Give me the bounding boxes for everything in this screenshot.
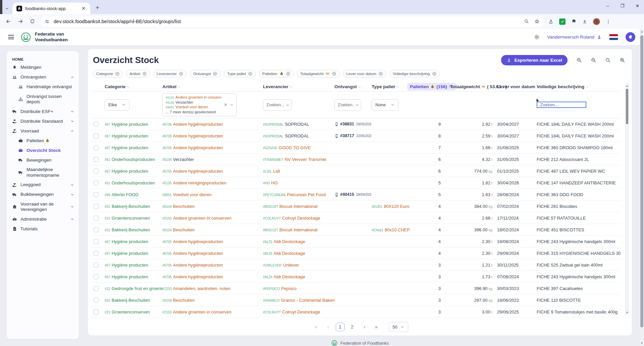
new-tab-button[interactable]: + xyxy=(96,4,99,11)
language-flag-nl[interactable] xyxy=(609,34,618,40)
zoom-out-icon[interactable] xyxy=(591,57,596,63)
sidebar-item-handmatige-ontvangst[interactable]: Handmatige ontvangst xyxy=(7,82,79,92)
tab-search-icon[interactable] xyxy=(5,6,9,11)
sidebar-item-voorraad-van-de-verenigingen[interactable]: Voorraad van de Verenigingen xyxy=(7,199,79,214)
sidebar-item-overzicht-stock[interactable]: Overzicht Stock xyxy=(7,146,79,155)
tab-close-icon[interactable]: ✕ xyxy=(80,6,87,11)
row-checkbox[interactable] xyxy=(94,274,99,279)
sidebar-item-administratie[interactable]: Administratie xyxy=(7,214,79,224)
zoom-out-icon[interactable] xyxy=(576,57,582,63)
clear-selection-icon[interactable] xyxy=(223,103,228,107)
page-last-button[interactable]: » xyxy=(372,323,381,331)
filter-chip-totaalgewicht[interactable]: Totaalgewicht xyxy=(297,70,340,77)
reload-button[interactable] xyxy=(30,18,35,24)
filter-chip-lever-voor-datum[interactable]: Lever voor datum xyxy=(343,70,386,77)
site-settings-icon[interactable] xyxy=(45,19,50,24)
categorie-filter-select[interactable]: Elke xyxy=(105,99,129,111)
filter-chip-volledige-beschrijving[interactable]: Volledige beschrijving xyxy=(389,70,440,77)
browser-menu-icon[interactable] xyxy=(606,19,611,24)
sidebar-item-ontvangsten[interactable]: Ontvangsten xyxy=(7,72,79,82)
page-prev-button[interactable]: ‹ xyxy=(324,323,332,331)
row-checkbox[interactable] xyxy=(94,251,99,256)
scroll-up-icon[interactable]: ▲ xyxy=(626,84,629,88)
scroll-down-icon[interactable]: ▼ xyxy=(626,311,629,314)
row-checkbox[interactable] xyxy=(94,263,99,268)
column-header-ontvangst[interactable]: Ontvangst↑↓ xyxy=(334,84,372,89)
filter-chip-leverancier[interactable]: Leverancier xyxy=(153,70,187,77)
column-header-leverancier[interactable]: Leverancier↑↓ xyxy=(263,84,334,89)
remove-filter-icon[interactable] xyxy=(378,71,383,76)
extensions-icon[interactable] xyxy=(571,19,577,24)
chevron-down-icon[interactable] xyxy=(229,103,234,107)
remove-filter-icon[interactable] xyxy=(142,71,147,76)
sidebar-item-tutorials[interactable]: Tutorials xyxy=(7,224,79,234)
row-checkbox[interactable] xyxy=(94,216,99,221)
row-checkbox[interactable] xyxy=(94,309,99,314)
export-excel-button[interactable]: Exporteren naar Excel xyxy=(501,55,568,65)
column-header-totaalgewicht[interactable]: Totaalgewicht ( 53.61t) ↑↓ xyxy=(450,84,497,89)
row-checkbox[interactable] xyxy=(94,239,99,244)
url-text[interactable]: dev.stock.foodbanksit.be/stock/app/nl-BE… xyxy=(54,19,524,24)
filter-chip-type-pallet[interactable]: Type pallet xyxy=(224,70,256,77)
column-header-artikel[interactable]: Artikel↑↓ xyxy=(162,84,263,89)
sidebar-item-maandelijkse-momentopname[interactable]: Maandelijkse momentopname xyxy=(7,165,79,180)
zoom-in-icon[interactable] xyxy=(620,57,625,63)
page-size-select[interactable]: 50 xyxy=(389,322,408,332)
row-checkbox[interactable] xyxy=(94,204,99,209)
filter-chip-artikel[interactable]: Artikel xyxy=(126,70,150,77)
forward-button[interactable] xyxy=(17,18,23,24)
remove-filter-icon[interactable] xyxy=(213,71,217,76)
maximize-button[interactable]: ❐ xyxy=(620,3,624,8)
close-button[interactable]: ✕ xyxy=(636,3,639,8)
sidebar-item-meldingen[interactable]: Meldingen xyxy=(7,63,79,72)
row-checkbox[interactable] xyxy=(94,122,99,127)
row-checkbox[interactable] xyxy=(94,145,99,150)
row-checkbox[interactable] xyxy=(94,286,99,291)
row-checkbox[interactable] xyxy=(94,169,99,174)
sidebar-item-leeggoed[interactable]: Leeggoed xyxy=(7,180,79,190)
ontvangst-filter-input[interactable] xyxy=(334,99,361,111)
table-scrollbar[interactable]: ▲ ▼ xyxy=(625,84,629,315)
user-menu[interactable]: Vandermeersch Roland xyxy=(547,35,602,40)
row-checkbox[interactable] xyxy=(94,298,99,303)
sidebar-item-voorraad[interactable]: Voorraad xyxy=(7,126,79,136)
sidebar-item-distributie-standaard[interactable]: Distributie Standaard xyxy=(7,116,79,126)
remove-filter-icon[interactable] xyxy=(286,71,290,76)
page-next-button[interactable]: › xyxy=(360,323,369,331)
column-header-categorie[interactable]: Categorie↑↓ xyxy=(105,84,162,89)
user-avatar[interactable] xyxy=(626,32,635,42)
page-scrollbar[interactable]: ▲▼ xyxy=(640,29,644,346)
remove-filter-icon[interactable] xyxy=(179,71,183,76)
zoom-search-icon[interactable] xyxy=(524,19,529,24)
minimize-button[interactable]: – xyxy=(606,3,609,8)
column-header-lever-voor-datum[interactable]: Lever voor datum↑↓ xyxy=(497,84,537,89)
url-bar[interactable]: dev.stock.foodbanksit.be/stock/app/nl-BE… xyxy=(41,16,544,27)
filter-chip-categorie[interactable]: Categorie xyxy=(93,70,123,77)
theme-toggle-icon[interactable] xyxy=(534,34,540,40)
filter-chip-ontvangst[interactable]: Ontvangst xyxy=(190,70,221,77)
page-first-button[interactable]: « xyxy=(312,323,320,331)
row-checkbox[interactable] xyxy=(94,227,99,232)
row-checkbox[interactable] xyxy=(94,192,99,197)
back-button[interactable] xyxy=(5,18,11,24)
remove-filter-icon[interactable] xyxy=(248,71,253,76)
browser-profile-avatar[interactable] xyxy=(593,18,600,25)
browser-tab[interactable]: A foodbanks-stock-app ✕ xyxy=(12,3,90,14)
filter-chip-palletten[interactable]: Palletten xyxy=(259,70,294,77)
flask-icon[interactable] xyxy=(548,19,553,24)
row-checkbox[interactable] xyxy=(94,157,99,162)
menu-toggle-icon[interactable] xyxy=(8,35,14,39)
column-header-type-pallet[interactable]: Type pallet↑↓ xyxy=(372,84,410,89)
beschrijving-filter-input[interactable] xyxy=(537,102,586,108)
column-header-palletten[interactable]: Palletten (156) xyxy=(410,83,450,91)
bookmark-star-icon[interactable] xyxy=(534,19,540,24)
sidebar-item-ontvangst-tussen-depots[interactable]: Ontvangst tussen depots xyxy=(7,92,79,107)
type-pallet-filter-select[interactable]: None xyxy=(372,99,398,111)
sidebar-item-distributie-esf-[interactable]: Distributie ESF+ xyxy=(7,107,79,116)
leverancier-filter-input[interactable] xyxy=(263,99,292,111)
row-checkbox[interactable] xyxy=(94,133,99,138)
sidebar-item-bewegingen[interactable]: Bewegingen xyxy=(7,155,79,165)
extension-check-icon[interactable] xyxy=(559,18,566,25)
sidebar-item-bulkbewegingen[interactable]: Bulkbewegingen xyxy=(7,190,79,199)
search-icon[interactable] xyxy=(605,57,611,63)
